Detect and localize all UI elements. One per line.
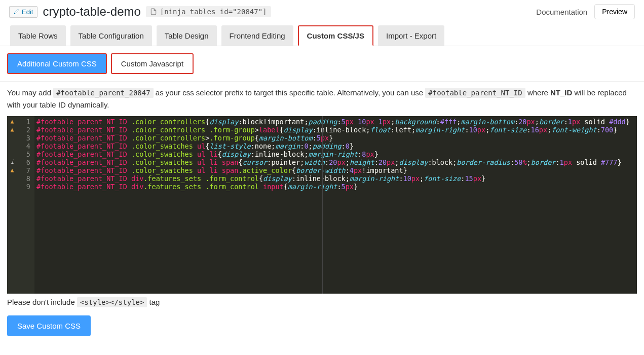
shortcode-badge[interactable]: [ninja_tables id="20847"] (146, 6, 271, 17)
line-number: 3 (26, 134, 30, 142)
code-line[interactable]: #footable_parent_NT_ID .color_swatches u… (36, 166, 635, 174)
note-text: Please don't include <style></style> tag (7, 294, 637, 315)
header-bar: Edit crypto-table-demo [ninja_tables id=… (0, 0, 644, 25)
sub-tabs: Additional Custom CSSCustom Javascript (0, 46, 644, 82)
code-line[interactable]: #footable_parent_NT_ID .color_swatches u… (36, 150, 635, 158)
line-number: 9 (26, 183, 30, 191)
document-icon (150, 8, 157, 15)
page-title: crypto-table-demo (43, 5, 140, 19)
line-number: 6 (26, 158, 30, 166)
main-tabs: Table RowsTable ConfigurationTable Desig… (0, 25, 644, 46)
code-line[interactable]: #footable_parent_NT_ID .color_swatches u… (36, 142, 635, 150)
info-icon: i (9, 158, 15, 166)
tab-table-rows[interactable]: Table Rows (10, 25, 66, 46)
line-number: 8 (26, 174, 30, 183)
code-line[interactable]: #footable_parent_NT_ID .color_controller… (36, 118, 635, 126)
warning-icon: ▲ (9, 126, 15, 134)
warning-icon: ▲ (9, 166, 15, 174)
edit-button[interactable]: Edit (9, 6, 37, 18)
note-suffix: tag (149, 298, 160, 306)
line-number: 2 (26, 126, 30, 134)
warning-icon: ▲ (9, 118, 15, 126)
info-selector-1: #footable_parent_20847 (53, 88, 153, 98)
code-line[interactable]: #footable_parent_NT_ID div.features_sets… (36, 183, 635, 191)
css-editor[interactable]: ▲1▲2345i6▲789 #footable_parent_NT_ID .co… (7, 116, 637, 294)
tab-table-configuration[interactable]: Table Configuration (70, 25, 152, 46)
info-suffix-1: where (527, 88, 550, 97)
code-line[interactable]: #footable_parent_NT_ID div.features_sets… (36, 174, 635, 183)
info-bold: NT_ID (550, 88, 572, 97)
info-selector-2: #footable_parent_NT_ID (425, 88, 525, 98)
tab-custom-css-js[interactable]: Custom CSS/JS (298, 25, 373, 46)
info-prefix: You may add (7, 88, 53, 97)
shortcode-text: [ninja_tables id="20847"] (160, 8, 267, 16)
tab-table-design[interactable]: Table Design (157, 25, 217, 46)
code-line[interactable]: #footable_parent_NT_ID .color_controller… (36, 134, 635, 142)
code-line[interactable]: #footable_parent_NT_ID .color_controller… (36, 126, 635, 134)
info-text: You may add #footable_parent_20847 as yo… (7, 87, 637, 111)
code-line[interactable]: #footable_parent_NT_ID .color_swatches u… (36, 158, 635, 166)
info-mid: as your css selector prefix to target th… (156, 88, 425, 97)
editor-code[interactable]: #footable_parent_NT_ID .color_controller… (34, 116, 637, 192)
editor-gutter: ▲1▲2345i6▲789 (7, 116, 34, 294)
subtab-custom-javascript[interactable]: Custom Javascript (111, 53, 194, 74)
header-actions: Documentation Preview (536, 4, 635, 19)
line-number: 7 (26, 166, 30, 174)
save-button[interactable]: Save Custom CSS (7, 315, 91, 336)
line-number: 1 (26, 118, 30, 126)
tab-frontend-editing[interactable]: Frontend Editing (221, 25, 293, 46)
tab-import-export[interactable]: Import - Export (378, 25, 444, 46)
line-number: 4 (26, 142, 30, 150)
edit-label: Edit (22, 8, 33, 16)
subtab-additional-custom-css[interactable]: Additional Custom CSS (7, 53, 107, 74)
note-code: <style></style> (77, 297, 147, 307)
pencil-icon (14, 9, 20, 15)
documentation-link[interactable]: Documentation (536, 8, 587, 16)
content-area: You may add #footable_parent_20847 as yo… (0, 82, 644, 348)
preview-button[interactable]: Preview (594, 4, 635, 19)
note-prefix: Please don't include (7, 298, 77, 306)
editor-ruler (322, 116, 323, 294)
line-number: 5 (26, 150, 30, 158)
